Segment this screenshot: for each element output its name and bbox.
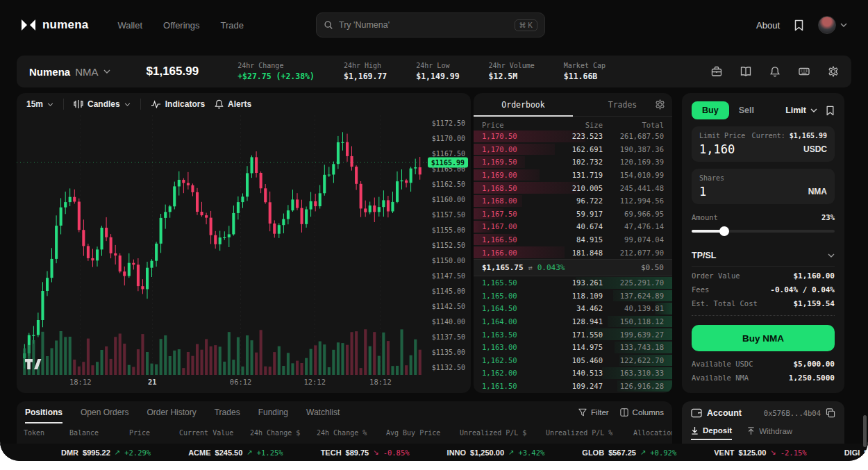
- table-header: Avg Buy Price: [386, 429, 460, 437]
- time-tick: 06:12: [230, 378, 252, 386]
- app-window: numena Wallet Offerings Trade ⌘ K About …: [0, 0, 868, 461]
- toolbar-divider: [63, 99, 64, 110]
- ask-row[interactable]: 1,168.0096.722112,994.56: [474, 194, 672, 208]
- bid-row[interactable]: 1,162.50105.460122,622.70: [474, 354, 672, 367]
- order-type-selector[interactable]: Limit: [785, 106, 835, 116]
- tape-item-glob[interactable]: GLOB$567.25↗+0.92%: [582, 448, 676, 457]
- search-bar[interactable]: ⌘ K: [316, 12, 545, 37]
- bid-row[interactable]: 1,163.00114.975133,743.18: [474, 341, 672, 354]
- sell-tab[interactable]: Sell: [739, 106, 754, 115]
- book-icon[interactable]: [740, 66, 751, 77]
- bell-icon[interactable]: [769, 66, 781, 77]
- slider-thumb[interactable]: [719, 226, 729, 236]
- limit-price-field[interactable]: Limit Price Current: $1,165.99 USDC: [692, 126, 835, 162]
- market-stat: Market Cap$11.66B: [564, 62, 606, 81]
- time-axis[interactable]: 18:122106:1212:1218:12: [17, 378, 428, 392]
- candles-icon: [74, 99, 83, 109]
- gear-icon[interactable]: [655, 99, 665, 110]
- ask-row[interactable]: 1,167.5059.91769,966.95: [474, 208, 672, 221]
- tab-order-history[interactable]: Order History: [147, 401, 196, 423]
- tape-symbol: INNO: [447, 448, 467, 457]
- available-nma-value: 1,250.5000: [789, 374, 835, 383]
- shares-field[interactable]: Shares NMA: [692, 169, 835, 204]
- bid-row[interactable]: 1,164.5034.46240,139.81: [474, 302, 672, 315]
- tab-deposit[interactable]: Deposit: [691, 426, 732, 440]
- pair-name: Numena: [29, 66, 70, 78]
- bid-row[interactable]: 1,165.00118.109137,624.89: [474, 289, 672, 303]
- bookmark-icon[interactable]: [794, 19, 804, 31]
- positions-tabs: PositionsOpen OrdersOrder HistoryTradesF…: [17, 401, 672, 423]
- tab-open-orders[interactable]: Open Orders: [81, 401, 128, 423]
- bid-row[interactable]: 1,162.00140.513163,310.33: [474, 367, 672, 380]
- bid-row[interactable]: 1,161.50109.247126,916.28: [474, 380, 672, 393]
- bid-row[interactable]: 1,163.50171.550199,639.27: [474, 328, 672, 341]
- brand[interactable]: numena: [21, 18, 88, 32]
- indicators-button[interactable]: Indicators: [151, 99, 205, 109]
- scrollbar-thumb[interactable]: [863, 415, 867, 447]
- deposit-icon: [691, 426, 699, 435]
- nav-link-offerings[interactable]: Offerings: [163, 20, 200, 31]
- chart-style-selector[interactable]: Candles: [74, 99, 131, 109]
- ask-row[interactable]: 1,170.00162.691190,387.36: [474, 143, 672, 156]
- avatar[interactable]: [818, 16, 836, 34]
- bid-row[interactable]: 1,161.0099.740105,370.64: [474, 392, 672, 393]
- candlestick-chart[interactable]: [17, 115, 428, 375]
- tpsl-toggle[interactable]: TP/SL: [692, 245, 835, 267]
- bid-row[interactable]: 1,164.00128.941150,118.12: [474, 315, 672, 328]
- bid-row[interactable]: 1,165.50193.261225,291.70: [474, 276, 672, 289]
- tape-item-inno[interactable]: INNO$1,250.00↗+3.42%: [447, 448, 545, 457]
- pair-selector[interactable]: Numena NMA: [29, 66, 110, 78]
- market-stat: 24hr Volume$12.5M: [489, 62, 535, 81]
- order-value-label: Order Value: [692, 271, 740, 280]
- tape-price: $567.25: [608, 448, 636, 457]
- col-price: Price: [482, 121, 542, 129]
- alerts-label: Alerts: [228, 99, 251, 109]
- tape-price: $1,250.00: [470, 448, 504, 457]
- about-link[interactable]: About: [756, 20, 780, 31]
- tape-item-tech[interactable]: TECH$89.75↘-0.85%: [321, 448, 410, 457]
- tape-item-digi[interactable]: DIGI$789.50↗+1.67%: [844, 448, 868, 457]
- alerts-button[interactable]: Alerts: [215, 99, 251, 109]
- search-input[interactable]: [339, 20, 509, 30]
- tape-item-dmr[interactable]: DMR$995.22↗+2.29%: [61, 448, 151, 457]
- numena-logo-icon: [21, 19, 36, 31]
- ask-row[interactable]: 1,169.50102.732120,169.39: [474, 156, 672, 169]
- ask-row[interactable]: 1,166.00181.848212,077.90: [474, 246, 672, 259]
- columns-button[interactable]: Columns: [620, 408, 664, 417]
- tab-positions[interactable]: Positions: [25, 401, 62, 423]
- tab-watchlist[interactable]: Watchlist: [306, 401, 340, 423]
- ask-row[interactable]: 1,166.5084.91599,074.04: [474, 233, 672, 246]
- timeframe-selector[interactable]: 15m: [26, 99, 53, 109]
- ask-row[interactable]: 1,168.50210.005245,441.48: [474, 181, 672, 194]
- price-tick: $1135.00: [432, 349, 465, 356]
- ask-row[interactable]: 1,169.00131.719154,010.99: [474, 169, 672, 182]
- ask-row[interactable]: 1,170.50223.523261,687.50: [474, 130, 672, 143]
- shares-input[interactable]: [699, 185, 776, 199]
- copy-icon[interactable]: [826, 408, 835, 418]
- tab-withdraw[interactable]: Withdraw: [747, 426, 792, 440]
- buy-tab[interactable]: Buy: [692, 101, 729, 119]
- tab-trades[interactable]: Trades: [215, 401, 240, 423]
- buy-nma-button[interactable]: Buy NMA: [692, 325, 835, 351]
- tape-item-acme[interactable]: ACME$245.50↗+1.25%: [188, 448, 283, 457]
- limit-price-input[interactable]: [699, 142, 776, 156]
- price-axis[interactable]: $1172.50$1170.00$1167.50$1165.00$1162.50…: [428, 115, 471, 375]
- user-menu[interactable]: [818, 16, 847, 34]
- orderbook-rows: 1,170.50223.523261,687.501,170.00162.691…: [474, 130, 672, 393]
- chart-panel: 15m Candles Indicators Alerts $1172.50$1…: [17, 93, 471, 393]
- tab-funding[interactable]: Funding: [258, 401, 288, 423]
- brand-name: numena: [42, 18, 88, 32]
- filter-button[interactable]: Filter: [578, 408, 609, 417]
- tab-orderbook[interactable]: Orderbook: [474, 93, 573, 116]
- keyboard-icon[interactable]: [799, 66, 810, 77]
- nav-link-trade[interactable]: Trade: [221, 20, 244, 31]
- ask-row[interactable]: 1,167.0040.67447,476.14: [474, 220, 672, 233]
- gear-icon[interactable]: [828, 66, 839, 77]
- bookmark-icon[interactable]: [826, 106, 835, 116]
- tape-item-vent[interactable]: VENT$125.00↘-2.15%: [714, 448, 806, 457]
- tradingview-logo-icon[interactable]: [25, 359, 43, 369]
- table-header: Unrealized P/L %: [546, 429, 633, 437]
- nav-link-wallet[interactable]: Wallet: [117, 20, 142, 31]
- briefcase-icon[interactable]: [711, 66, 722, 77]
- amount-slider[interactable]: [692, 226, 835, 237]
